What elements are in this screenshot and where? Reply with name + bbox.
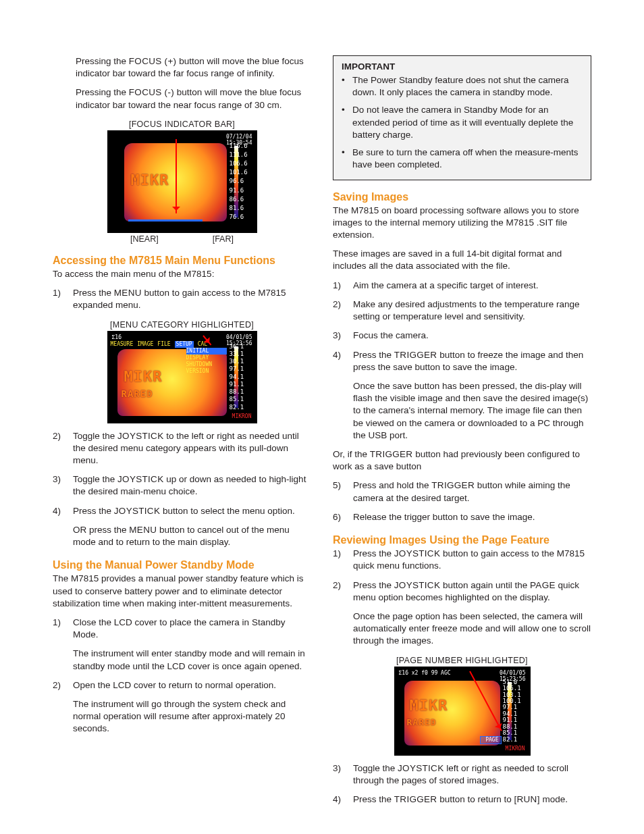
list-item: 4)Press the TRIGGER button to return to …: [333, 793, 591, 806]
status-overlay: Σ16: [112, 334, 122, 340]
list-item: 4)Press the JOYSTICK button to select th…: [53, 505, 311, 517]
palette-values: 36.133.130.197.194.191.188.185.182.1: [230, 344, 254, 411]
step4-sub: OR press the MENU button to cancel out o…: [73, 524, 311, 548]
brand2-overlay: RARED: [407, 717, 437, 727]
focus-minus-para: Pressing the FOCUS (-) button will move …: [76, 86, 311, 111]
brand2-overlay: RARED: [122, 388, 153, 399]
list-item: 2)Make any desired adjustments to the te…: [333, 298, 591, 323]
review-steps: 1)Press the JOYSTICK button to gain acce…: [333, 548, 591, 604]
standby-sub2: The instrument will go through the syste…: [73, 698, 311, 735]
figure-caption: [PAGE NUMBER HIGHLIGHTED]: [396, 656, 528, 665]
submenu: INITIALDISPLAYSHUTDOWNVERSION: [186, 348, 227, 375]
list-item: 1)Press the JOYSTICK button to gain acce…: [333, 548, 591, 572]
palette-values: 51.0106.1103.1100.197.194.191.188.185.18…: [503, 679, 527, 743]
list-item: 1)Aim the camera at a specific target of…: [333, 280, 591, 292]
heading-review: Reviewing Images Using the Page Feature: [333, 534, 591, 546]
figure-caption: [FOCUS INDICATOR BAR]: [129, 120, 235, 129]
saving-p2: These images are saved in a full 14-bit …: [333, 248, 591, 272]
saving-steps-cont: 5)Press and hold the TRIGGER button whil…: [333, 479, 591, 523]
figure-caption: [MENU CATEGORY HIGHLIGHTED]: [110, 320, 254, 330]
important-heading: IMPORTANT: [342, 61, 583, 72]
important-item: The Power Standby feature does not shut …: [342, 74, 583, 99]
thermal-image-2: MIKR RARED Σ16 04/01/0515:23:56 MEASUREI…: [107, 331, 257, 423]
main-menu-steps: 1)Press the MENU button to gain access t…: [53, 287, 311, 311]
figure-menu-highlight: [MENU CATEGORY HIGHLIGHTED] MIKR RARED Σ…: [53, 319, 311, 423]
list-item: 2)Toggle the JOYSTICK to the left or rig…: [53, 430, 311, 467]
standby-intro: The M7815 provides a manual power standb…: [53, 573, 311, 610]
saving-steps: 1)Aim the camera at a specific target of…: [333, 280, 591, 373]
heading-saving: Saving Images: [333, 191, 591, 203]
figure-focus-indicator: [FOCUS INDICATOR BAR] MIKR 116.6111.6106…: [53, 118, 311, 244]
saving-p1: The M7815 on board processing software a…: [333, 205, 591, 242]
heading-standby: Using the Manual Power Standby Mode: [53, 559, 311, 571]
thermal-image-1: MIKR 116.6111.6106.6101.696.691.686.681.…: [107, 130, 257, 233]
important-item: Be sure to turn the camera off when the …: [342, 147, 583, 171]
right-column: IMPORTANT The Power Standby feature does…: [333, 55, 591, 793]
standby-steps: 1)Close the LCD cover to place the camer…: [53, 617, 311, 641]
list-item: 5)Press and hold the TRIGGER button whil…: [333, 479, 591, 504]
heading-main-menu: Accessing the M7815 Main Menu Functions: [53, 255, 311, 267]
list-item: 2)Press the JOYSTICK button again until …: [333, 579, 591, 604]
date-overlay: 07/12/0415:30:54: [226, 134, 252, 146]
list-item: 3)Toggle the JOYSTICK left or right as n…: [333, 762, 591, 787]
brand-overlay: MIKR: [410, 697, 448, 714]
standby-sub1: The instrument will enter standby mode a…: [73, 648, 311, 672]
or-config: Or, if the TRIGGER button had previously…: [333, 448, 591, 473]
arrow-indicator: [176, 139, 177, 213]
list-item: 1)Close the LCD cover to place the camer…: [53, 617, 311, 641]
thermal-image-3: MIKR RARED Σ16 x2 f0 99 AGC 04/01/0515:2…: [394, 667, 531, 756]
list-item: 6)Release the trigger button to save the…: [333, 511, 591, 523]
important-item: Do not leave the camera in Standby Mode …: [342, 104, 583, 141]
status-overlay: Σ16 x2 f0 99 AGC: [399, 670, 451, 676]
standby-steps-cont: 2)Open the LCD cover to return to normal…: [53, 679, 311, 692]
mikron-badge: MIKRON: [230, 413, 254, 420]
brand-overlay: MIKR: [124, 368, 163, 385]
focus-plus-label: FOCUS (+): [129, 56, 177, 66]
near-far-labels: [NEAR][FAR]: [130, 234, 234, 244]
list-item: 3)Toggle the JOYSTICK up or down as need…: [53, 473, 311, 498]
list-item: 3)Focus the camera.: [333, 330, 591, 342]
important-box: IMPORTANT The Power Standby feature does…: [333, 55, 591, 180]
focus-minus-label: FOCUS (-): [129, 87, 174, 97]
list-item: 1)Press the MENU button to gain access t…: [53, 287, 311, 311]
main-menu-intro: To access the main menu of the M7815:: [53, 268, 311, 280]
main-menu-steps-cont: 2)Toggle the JOYSTICK to the left or rig…: [53, 430, 311, 517]
palette-values: 116.6111.6106.6101.696.691.686.681.676.6: [230, 143, 254, 220]
brand-overlay: MIKR: [131, 172, 169, 188]
list-item: 2)Open the LCD cover to return to normal…: [53, 679, 311, 692]
page-label: PAGE: [485, 737, 498, 743]
review-sub2: Once the page option has been selected, …: [353, 610, 591, 648]
saving-sub4: Once the save button has been pressed, t…: [353, 380, 591, 442]
figure-page-highlight: [PAGE NUMBER HIGHLIGHTED] MIKR RARED Σ16…: [333, 654, 591, 756]
focus-bar: [128, 219, 203, 221]
left-column: Pressing the FOCUS (+) button will move …: [53, 55, 311, 793]
review-steps-cont: 3)Toggle the JOYSTICK left or right as n…: [333, 762, 591, 806]
mikron-badge: MIKRON: [504, 745, 527, 752]
list-item: 4)Press the TRIGGER button to freeze the…: [333, 349, 591, 373]
focus-plus-para: Pressing the FOCUS (+) button will move …: [76, 55, 311, 80]
